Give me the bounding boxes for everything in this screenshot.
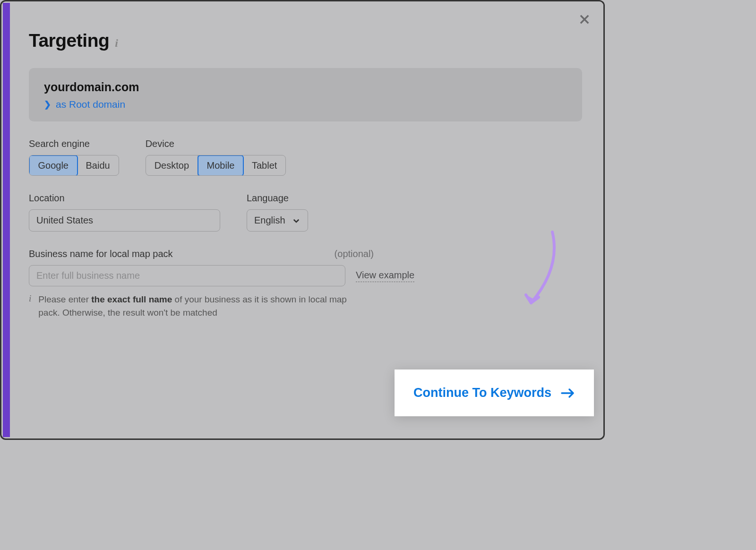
search-engine-toggle: Google Baidu <box>29 155 119 176</box>
language-value: English <box>254 215 285 226</box>
chevron-right-icon: ❯ <box>44 99 51 110</box>
close-button[interactable] <box>575 10 594 29</box>
business-section: Business name for local map pack (option… <box>29 249 582 319</box>
title-row: Targeting i <box>29 30 582 51</box>
business-label-row: Business name for local map pack (option… <box>29 249 374 259</box>
business-hint-row: i Please enter the exact full name of yo… <box>29 293 582 319</box>
continue-button[interactable]: Continue To Keywords <box>413 386 575 400</box>
domain-name-text: yourdomain.com <box>44 80 567 94</box>
info-icon[interactable]: i <box>115 37 118 50</box>
device-mobile[interactable]: Mobile <box>198 155 244 176</box>
business-label: Business name for local map pack <box>29 249 173 259</box>
device-desktop[interactable]: Desktop <box>146 155 198 175</box>
location-input[interactable] <box>29 209 220 232</box>
location-label: Location <box>29 193 220 204</box>
domain-box: yourdomain.com ❯ as Root domain <box>29 68 582 121</box>
business-optional-label: (optional) <box>335 249 374 259</box>
business-name-input[interactable] <box>29 265 345 286</box>
search-engine-baidu[interactable]: Baidu <box>77 155 119 175</box>
info-icon: i <box>29 293 31 304</box>
hint-prefix: Please enter <box>38 294 91 304</box>
device-tablet[interactable]: Tablet <box>243 155 285 175</box>
device-label: Device <box>146 138 286 149</box>
language-group: Language English <box>247 193 308 232</box>
arrow-right-icon <box>561 388 575 398</box>
continue-highlight-box: Continue To Keywords <box>395 370 594 416</box>
chevron-down-icon <box>292 216 301 225</box>
hint-bold: the exact full name <box>91 294 172 304</box>
form-row-engine-device: Search engine Google Baidu Device Deskto… <box>29 138 582 176</box>
continue-label: Continue To Keywords <box>413 386 551 400</box>
view-example-link[interactable]: View example <box>356 270 414 282</box>
search-engine-group: Search engine Google Baidu <box>29 138 119 176</box>
domain-type-link[interactable]: ❯ as Root domain <box>44 99 125 110</box>
language-label: Language <box>247 193 308 204</box>
business-input-row: View example <box>29 265 582 286</box>
purple-edge-decoration <box>3 3 10 437</box>
form-row-location-language: Location Language English <box>29 193 582 232</box>
search-engine-google[interactable]: Google <box>29 155 78 176</box>
domain-type-label: as Root domain <box>56 99 125 110</box>
close-icon <box>578 13 591 26</box>
targeting-modal: Targeting i yourdomain.com ❯ as Root dom… <box>10 3 603 437</box>
language-select[interactable]: English <box>247 209 308 232</box>
search-engine-label: Search engine <box>29 138 119 149</box>
device-group: Device Desktop Mobile Tablet <box>146 138 286 176</box>
device-toggle: Desktop Mobile Tablet <box>146 155 286 176</box>
page-title: Targeting <box>29 30 109 51</box>
business-hint-text: Please enter the exact full name of your… <box>38 293 360 319</box>
location-group: Location <box>29 193 220 232</box>
